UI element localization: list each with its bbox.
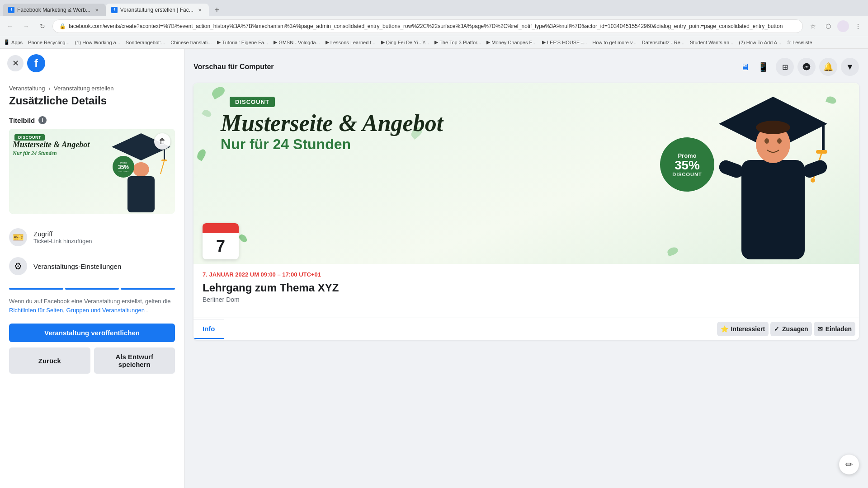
- zugriff-title: Zugriff: [33, 230, 92, 238]
- bell-icon[interactable]: 🔔: [819, 58, 837, 76]
- svg-rect-8: [816, 150, 827, 154]
- svg-rect-7: [822, 124, 825, 151]
- tab-close-1[interactable]: ✕: [93, 6, 100, 14]
- svg-point-17: [777, 138, 782, 144]
- einstellungen-text: Veranstaltungs-Einstellungen: [33, 263, 121, 270]
- new-tab-button[interactable]: +: [211, 4, 223, 16]
- interessiert-label: Interessiert: [731, 325, 765, 333]
- svg-line-3: [160, 161, 164, 174]
- einladen-button[interactable]: ✉ Einladen: [814, 322, 855, 336]
- bookmark-lee[interactable]: ▶ LEE'S HOUSE -...: [542, 39, 587, 45]
- titelbild-section-label: Titelbild i: [9, 116, 175, 124]
- bookmark-top3[interactable]: ▶ The Top 3 Platfor...: [434, 39, 481, 45]
- bookmark-lessons[interactable]: ▶ Lessons Learned f...: [326, 39, 376, 45]
- extension-icon[interactable]: ⬡: [822, 20, 835, 33]
- bookmark-icon[interactable]: ☆: [807, 20, 819, 33]
- publish-button[interactable]: Veranstaltung veröffentlichen: [9, 324, 175, 342]
- promo-circle: Promo 35% DISCOUNT: [660, 137, 714, 192]
- event-name: Lehrgang zum Thema XYZ: [203, 282, 850, 294]
- forward-button[interactable]: →: [20, 20, 33, 33]
- bookmark-daten[interactable]: Datenschutz - Re...: [642, 40, 684, 45]
- back-button[interactable]: ←: [4, 20, 16, 33]
- leaf-2: [202, 108, 212, 118]
- event-tabs: Info: [193, 319, 224, 339]
- svg-rect-12: [741, 160, 805, 259]
- event-info: 7. JANUAR 2022 UM 09:00 – 17:00 UTC+01 L…: [193, 264, 859, 318]
- reload-button[interactable]: ↻: [36, 20, 49, 33]
- secondary-buttons: Zurück Als Entwurf speichern: [9, 347, 175, 374]
- preview-top-bar: Vorschau für Computer 🖥 📱 ⊞ 🔔 ▼: [193, 58, 859, 76]
- titelbild-info-icon[interactable]: i: [38, 116, 47, 124]
- promo-discount-label: DISCOUNT: [672, 172, 702, 177]
- preview-controls: 🖥 📱 ⊞ 🔔 ▼: [738, 58, 859, 76]
- bookmark-sonder[interactable]: Sonderangebot:...: [126, 40, 165, 45]
- zugriff-menu-item[interactable]: 🎫 Zugriff Ticket-Link hinzufügen: [9, 223, 175, 252]
- sidebar: ✕ f Veranstaltung › Veranstaltung erstel…: [0, 49, 184, 488]
- titelbild-label: Titelbild: [9, 117, 35, 124]
- bookmark-money[interactable]: ▶ Money Changes E...: [486, 39, 537, 45]
- date-box: 7: [203, 223, 239, 259]
- discount-badge: DISCOUNT: [230, 97, 275, 107]
- device-toggle: 🖥 📱: [738, 60, 770, 74]
- browser-tab-2[interactable]: f Veranstaltung erstellen | Fac... ✕: [106, 4, 209, 16]
- event-actions: ⭐ Interessiert ✓ Zusagen ✉ Einladen: [713, 318, 859, 340]
- progress-bar: [9, 288, 175, 290]
- tab-favicon-1: f: [8, 7, 14, 13]
- einstellungen-menu-item[interactable]: ⚙ Veranstaltungs-Einstellungen: [9, 252, 175, 281]
- desktop-icon[interactable]: 🖥: [738, 60, 752, 74]
- einstellungen-icon: ⚙: [9, 257, 27, 275]
- event-bottom-bar: Info ⭐ Interessiert ✓ Zusagen ✉ Einladen: [193, 318, 859, 340]
- mobile-icon[interactable]: 📱: [756, 60, 770, 74]
- bookmarks-bar: 📱 Apps Phone Recycling... (1) How Workin…: [0, 36, 868, 49]
- bookmark-gmsn[interactable]: ▶ GMSN - Vologda...: [274, 39, 320, 45]
- messenger-icon[interactable]: [797, 58, 816, 76]
- bookmark-phone[interactable]: Phone Recycling...: [28, 40, 70, 45]
- svg-rect-13: [717, 159, 745, 180]
- menu-icon[interactable]: ⋮: [852, 20, 864, 33]
- address-bar[interactable]: 🔒 facebook.com/events/create?acontext=%7…: [52, 19, 803, 33]
- event-image-area: DISCOUNT Musterseite & Angebot Nur für 2…: [193, 83, 859, 264]
- small-promo-discount: DISCOUNT: [118, 170, 128, 173]
- date-box-top: [203, 223, 239, 233]
- address-text: facebook.com/events/create?acontext=%7B%…: [69, 23, 796, 29]
- browser-tab-1[interactable]: f Facebook Marketing & Werb... ✕: [3, 4, 106, 16]
- zugriff-subtitle: Ticket-Link hinzufügen: [33, 238, 92, 244]
- zusagen-button[interactable]: ✓ Zusagen: [770, 322, 812, 336]
- facebook-logo[interactable]: f: [27, 54, 45, 72]
- bookmark-qing[interactable]: ▶ Qing Fei De Yi - Y...: [381, 39, 429, 45]
- bookmark-student[interactable]: Student Wants an...: [690, 40, 733, 45]
- bookmark-how2[interactable]: How to get more v...: [592, 40, 637, 45]
- promo-percent: 35%: [675, 159, 700, 172]
- legal-link[interactable]: Richtlinien für Seiten, Gruppen und Vera…: [9, 307, 145, 314]
- svg-point-16: [764, 138, 769, 144]
- edit-fab-button[interactable]: ✏: [839, 455, 859, 474]
- browser-chrome: f Facebook Marketing & Werb... ✕ f Veran…: [0, 0, 868, 49]
- interessiert-button[interactable]: ⭐ Interessiert: [717, 322, 769, 336]
- bookmark-how-add[interactable]: (2) How To Add A...: [739, 40, 781, 45]
- chevron-down-icon[interactable]: ▼: [841, 58, 859, 76]
- bookmark-lese[interactable]: ☆ Leseliste: [787, 39, 812, 45]
- tab-close-2[interactable]: ✕: [196, 6, 203, 14]
- back-button[interactable]: Zurück: [9, 347, 90, 374]
- tab-info[interactable]: Info: [193, 319, 224, 339]
- grid-icon[interactable]: ⊞: [776, 58, 794, 76]
- close-button[interactable]: ✕: [7, 55, 24, 71]
- bookmark-apps[interactable]: 📱 Apps: [4, 39, 23, 45]
- bookmark-how[interactable]: (1) How Working a...: [75, 40, 120, 45]
- small-promo-circle: Promo 35% DISCOUNT: [113, 156, 134, 178]
- svg-point-4: [133, 162, 149, 177]
- grad-scene: DISCOUNT Musterseite & Angebot Nur für 2…: [193, 83, 859, 264]
- main-text-block: Musterseite & Angebot Nur für 24 Stunden: [221, 110, 443, 153]
- sidebar-content: Veranstaltung › Veranstaltung erstellen …: [0, 78, 184, 488]
- delete-image-button[interactable]: 🗑: [154, 133, 170, 150]
- tab-bar: f Facebook Marketing & Werb... ✕ f Veran…: [0, 0, 868, 16]
- small-promo-percent: 35%: [118, 164, 129, 170]
- browser-right-icons: ☆ ⬡ ⋮: [807, 20, 864, 33]
- bookmark-chinese[interactable]: Chinese translati...: [170, 40, 212, 45]
- draft-button[interactable]: Als Entwurf speichern: [94, 347, 175, 374]
- legal-after: .: [146, 307, 148, 314]
- titelbild-preview: DISCOUNT Musterseite & Angebot Nur für 2…: [9, 129, 175, 214]
- svg-rect-2: [161, 160, 167, 161]
- profile-icon[interactable]: [837, 20, 849, 32]
- bookmark-tutorial[interactable]: ▶ Tutorial: Eigene Fa...: [217, 39, 268, 45]
